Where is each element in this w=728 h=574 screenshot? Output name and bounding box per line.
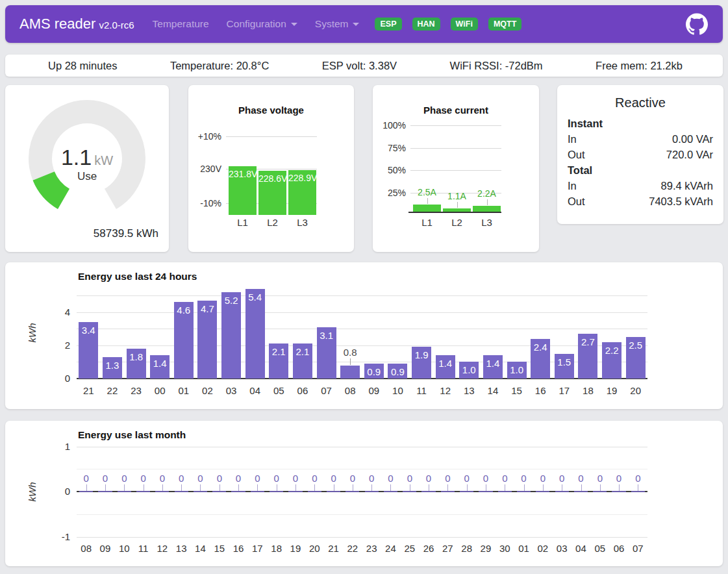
bar-leader-line — [581, 484, 582, 491]
x-tick-label: 11 — [410, 385, 434, 396]
total-energy-counter: 58739.5 kWh — [94, 227, 158, 240]
bar-value-label: 1.4 — [436, 358, 455, 369]
zero-bar-mark — [555, 491, 569, 492]
gauge-label: Use — [5, 170, 169, 183]
zero-bar-mark — [479, 491, 492, 492]
x-tick-label: L2 — [258, 217, 286, 228]
github-icon — [686, 13, 708, 35]
chevron-down-icon — [291, 23, 297, 26]
x-tick-label: 06 — [291, 385, 315, 396]
bar-value-label: 5.4 — [245, 292, 265, 303]
reactive-instant-in-row: In 0.00 VAr — [568, 131, 713, 147]
nav-item-temperature[interactable]: Temperature — [153, 18, 209, 30]
x-tick-label: 02 — [533, 543, 552, 554]
bar-leader-line — [487, 199, 488, 205]
reactive-title: Reactive — [557, 85, 723, 110]
y-tick-label: 50% — [373, 165, 406, 175]
bar-value-label: 228.6V — [258, 173, 286, 184]
zero-bar-mark — [251, 491, 264, 492]
y-tick-label: 75% — [373, 143, 406, 153]
gridline — [77, 295, 647, 296]
bar-leader-line — [181, 484, 182, 491]
gauge-unit: kW — [94, 153, 113, 168]
phase-voltage-card: Phase voltage +10%230V-10%231.8VL1228.6V… — [188, 85, 354, 252]
x-tick-label: 13 — [457, 385, 481, 396]
nav-item-configuration[interactable]: Configuration — [227, 18, 297, 30]
x-tick-label: L1 — [229, 217, 257, 228]
zero-bar-mark — [231, 491, 245, 492]
zero-bar-mark — [136, 491, 150, 492]
gridline — [77, 537, 647, 538]
x-tick-label: 14 — [481, 385, 505, 396]
bar-leader-line — [638, 484, 638, 491]
x-tick-label: 16 — [229, 543, 247, 554]
day-chart: kWh0243.4211.3221.8231.4004.6014.7025.20… — [5, 262, 723, 409]
y-tick-label: 0 — [42, 486, 70, 497]
zero-bar-mark — [194, 491, 207, 492]
zero-bar-mark — [574, 491, 588, 492]
x-tick-label: 01 — [514, 543, 533, 554]
gridline — [226, 136, 317, 137]
reactive-card: Reactive Instant In 0.00 VAr Out 720.0 V… — [557, 85, 723, 224]
x-tick-label: 24 — [381, 543, 400, 554]
bar-leader-line — [467, 484, 468, 491]
nav-item-label: System — [315, 18, 349, 29]
x-tick-label: 17 — [248, 543, 267, 554]
bar-value-label: 1.4 — [150, 358, 169, 369]
x-tick-label: 12 — [153, 543, 171, 554]
y-tick-label: -1 — [42, 531, 70, 542]
bar-value-label: 3.4 — [79, 325, 98, 336]
x-tick-label: 22 — [343, 543, 362, 554]
bar-leader-line — [238, 484, 239, 491]
bar-leader-line — [105, 484, 106, 491]
bar-value-label: 0.9 — [388, 366, 407, 377]
x-tick-label: 15 — [210, 543, 229, 554]
bar — [473, 206, 501, 212]
bar-leader-line — [162, 484, 163, 491]
reactive-total-in-row: In 89.4 kVArh — [568, 178, 713, 193]
zero-bar-mark — [308, 491, 321, 492]
x-tick-label: 12 — [433, 385, 457, 396]
x-tick-label: L2 — [443, 217, 471, 228]
x-tick-label: 00 — [148, 385, 172, 396]
app-title: AMS reader — [19, 16, 95, 32]
x-axis — [408, 212, 501, 213]
zero-bar-mark — [384, 491, 397, 492]
bar-value-label: 3.1 — [317, 330, 336, 341]
page: AMS readerv2.0-rc6 Temperature Configura… — [0, 0, 728, 574]
x-tick-label: 02 — [195, 385, 220, 396]
bar-leader-line — [353, 484, 353, 491]
bar-value-label: 2.1 — [269, 346, 288, 357]
row-label: In — [568, 131, 577, 147]
x-tick-label: L3 — [288, 217, 316, 228]
bar-value-label: 0.9 — [364, 366, 384, 377]
nav-item-label: Temperature — [153, 18, 209, 29]
reactive-total-out-row: Out 7403.5 kVArh — [568, 193, 713, 209]
x-tick-label: 08 — [77, 543, 95, 554]
bar-leader-line — [371, 484, 372, 491]
bar-leader-line — [124, 484, 125, 491]
x-tick-label: 18 — [576, 385, 600, 396]
bar — [340, 366, 360, 379]
nav-item-system[interactable]: System — [315, 18, 360, 30]
bar-leader-line — [447, 484, 448, 491]
github-link[interactable] — [685, 12, 709, 36]
bar-value-label: 1.0 — [507, 364, 527, 375]
y-axis-label: kWh — [27, 473, 38, 512]
month-chart: kWh10-1008009010011012013014015016017018… — [5, 421, 723, 566]
gridline — [77, 469, 647, 469]
x-tick-label: 03 — [220, 385, 244, 396]
x-tick-label: 08 — [338, 385, 362, 396]
row-label: Out — [568, 147, 585, 162]
bar-value-label: 2.7 — [578, 336, 597, 347]
x-tick-label: 26 — [419, 543, 438, 554]
reactive-total-header: Total — [568, 162, 713, 178]
free-mem-status: Free mem: 21.2kb — [596, 60, 683, 72]
energy-day-card: Energy use last 24 hours kWh0243.4211.32… — [5, 262, 723, 409]
x-tick-label: 07 — [629, 543, 647, 554]
zero-bar-mark — [288, 491, 302, 492]
bar-leader-line — [562, 484, 562, 491]
x-tick-label: 22 — [101, 385, 125, 396]
x-tick-label: 19 — [286, 543, 305, 554]
gridline — [77, 312, 647, 313]
